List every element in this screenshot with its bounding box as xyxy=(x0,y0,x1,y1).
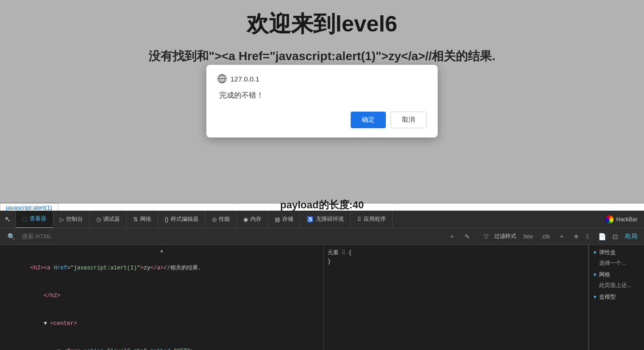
tab-network[interactable]: ⇅ 网络 xyxy=(127,211,158,228)
responsive-btn[interactable]: ⊡ xyxy=(611,232,620,241)
devtools-panel: ↖ ⬚ 查看器 ▷ 控制台 ◷ 调试器 ⇅ 网络 {} 样式编辑器 ◎ 性能 ◉… xyxy=(0,211,644,350)
accessibility-icon: ♿ xyxy=(307,216,314,223)
dialog-confirm-button[interactable]: 确定 xyxy=(351,112,386,128)
devtools-searchbar: 🔍 ＋ ✎ ▽ 过滤样式 :hov .cls ＋ ☀ ☾ 📄 ⊡ 布局 xyxy=(0,228,644,245)
cursor-icon: ↖ xyxy=(5,215,11,224)
filter-section: ▽ 过滤样式 xyxy=(481,232,516,241)
devtools-content: ▲ <h2><a Href="javascript:alert(1)">zy</… xyxy=(0,245,644,350)
dialog-url: 127.0.0.1 xyxy=(230,75,260,83)
tab-apps[interactable]: ⠿ 应用程序 xyxy=(351,211,393,228)
hackbar-label: HackBar xyxy=(616,216,638,223)
styles-element-row: 元素 ⠿ { xyxy=(328,249,584,256)
search-html-input[interactable] xyxy=(22,233,442,240)
chevron-down-icon: ▼ xyxy=(593,250,597,255)
layout-grid-section: ▼ 网格 xyxy=(593,271,640,279)
chevron-down-icon-3: ▼ xyxy=(593,294,597,300)
styles-grid-dots: ⠿ xyxy=(341,250,346,256)
html-panel[interactable]: ▲ <h2><a Href="javascript:alert(1)">zy</… xyxy=(0,245,324,350)
chevron-down-icon-2: ▼ xyxy=(593,272,597,277)
light-mode-btn[interactable]: ☀ xyxy=(571,232,581,241)
styles-panel: 元素 ⠿ { } 内联 xyxy=(324,245,588,350)
dialog-header: 127.0.0.1 xyxy=(217,74,427,83)
styles-brace-close-row: } xyxy=(328,258,584,265)
tab-performance[interactable]: ◎ 性能 xyxy=(205,211,237,228)
html-line: ▼ <center> xyxy=(0,310,323,338)
memory-icon: ◉ xyxy=(243,216,248,223)
tab-accessibility[interactable]: ♿ 无障碍环境 xyxy=(300,211,351,228)
pick-node-btn[interactable]: ✎ xyxy=(462,232,473,241)
hov-button[interactable]: :hov xyxy=(520,232,535,241)
devtools-tabbar: ↖ ⬚ 查看器 ▷ 控制台 ◷ 调试器 ⇅ 网络 {} 样式编辑器 ◎ 性能 ◉… xyxy=(0,211,644,228)
scroll-up-btn[interactable]: ▲ xyxy=(0,247,323,254)
debugger-icon: ◷ xyxy=(96,216,101,223)
layout-flexbox-section: ▼ 弹性盒 xyxy=(593,249,640,256)
layout-tab-btn[interactable]: 布局 xyxy=(623,231,639,242)
filter-label: 过滤样式 xyxy=(494,232,516,240)
html-line: </h2> xyxy=(0,282,323,310)
layout-grid-option: 此页面上还... xyxy=(593,281,640,289)
tab-storage[interactable]: ▤ 存储 xyxy=(268,211,300,228)
styles-element-label: 元素 xyxy=(328,249,339,256)
apps-icon: ⠿ xyxy=(357,216,361,223)
inspector-icon: ⬚ xyxy=(22,216,27,222)
dialog-cancel-button[interactable]: 取消 xyxy=(390,112,427,128)
screenshot-btn[interactable]: 📄 xyxy=(596,232,608,241)
performance-icon: ◎ xyxy=(212,216,217,223)
html-line: <h2><a Href="javascript:alert(1)">zy</a>… xyxy=(0,254,323,282)
globe-icon xyxy=(217,74,227,83)
tab-inspector[interactable]: ⬚ 查看器 xyxy=(16,211,53,228)
tab-console[interactable]: ▷ 控制台 xyxy=(53,211,90,228)
styles-brace-open: { xyxy=(348,250,352,256)
layout-boxmodel-section: ▼ 盒模型 xyxy=(593,293,640,301)
storage-icon: ▤ xyxy=(275,216,280,223)
alert-dialog: 127.0.0.1 完成的不错！ 确定 取消 xyxy=(206,65,438,138)
tab-style-editor[interactable]: {} 样式编辑器 xyxy=(158,211,205,228)
console-icon: ▷ xyxy=(60,216,64,223)
style-editor-icon: {} xyxy=(165,216,168,223)
hackbar-section: HackBar xyxy=(599,211,644,228)
add-style-btn[interactable]: ＋ xyxy=(556,231,568,242)
dialog-buttons: 确定 取消 xyxy=(217,112,427,128)
layout-panel: ▼ 弹性盒 选择一个... ▼ 网格 此页面上还... ▼ 盒模型 xyxy=(588,245,644,350)
tab-memory[interactable]: ◉ 内存 xyxy=(237,211,268,228)
cls-button[interactable]: .cls xyxy=(539,232,552,241)
search-icon-btn[interactable]: 🔍 xyxy=(5,232,18,241)
add-node-btn[interactable]: ＋ xyxy=(446,231,458,242)
html-line: ▼ <form action="level6.php" method="GET"… xyxy=(0,338,323,350)
styles-brace-close: } xyxy=(328,258,331,265)
dark-mode-btn[interactable]: ☾ xyxy=(584,232,594,241)
network-icon: ⇅ xyxy=(133,216,138,223)
dialog-message: 完成的不错！ xyxy=(217,91,427,100)
hackbar-icon xyxy=(605,215,613,224)
layout-flexbox-option: 选择一个... xyxy=(593,259,640,267)
tab-debugger[interactable]: ◷ 调试器 xyxy=(90,211,127,228)
filter-icon-btn[interactable]: ▽ xyxy=(481,232,491,241)
devtools-cursor-btn[interactable]: ↖ xyxy=(0,211,16,228)
